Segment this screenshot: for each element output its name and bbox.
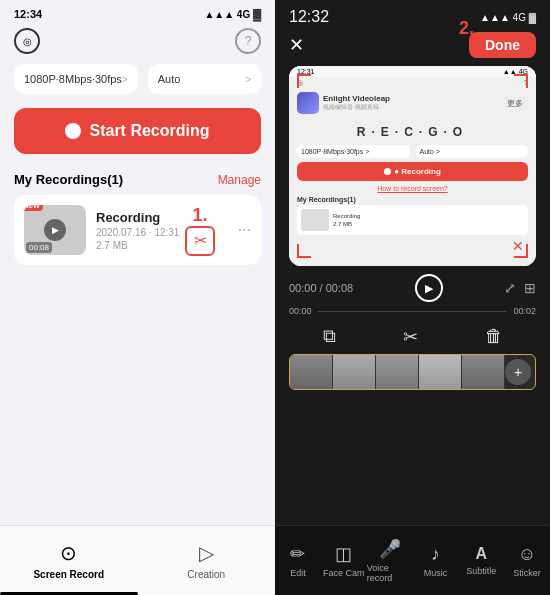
time-marker-start: 00:00 <box>289 306 312 316</box>
preview-app-name: Enlight Videoleap <box>323 94 390 103</box>
recording-list-item: New ▶ 00:08 Recording 2020.07.16 · 12:31… <box>14 195 261 265</box>
play-button[interactable]: ▶ <box>44 219 66 241</box>
auto-chevron: > <box>245 74 251 85</box>
left-status-icons: ▲▲▲ 4G ▓ <box>204 8 261 20</box>
preview-area: 12:31 ▲▲ 4G ◎ ? Enlight Videoleap 视频编辑器·… <box>289 66 536 266</box>
preview-auto-btn: Auto > <box>416 145 529 158</box>
sticker-label: Sticker <box>513 568 541 578</box>
creation-nav-icon: ▷ <box>199 541 214 565</box>
ruler-line <box>318 311 508 312</box>
edit-icon: ✏ <box>290 543 305 565</box>
cut-icon: ✂ <box>403 326 418 348</box>
auto-label: Auto <box>158 73 181 85</box>
toolbar-subtitle[interactable]: A Subtitle <box>458 545 504 576</box>
toolbar-sticker[interactable]: ☺ Sticker <box>504 544 550 578</box>
thumb-duration: 00:08 <box>26 242 52 253</box>
preview-nav-icons: ◎ ? <box>289 77 536 89</box>
right-panel: 12:32 ▲▲▲ 4G ▓ ✕ 2. Done 12:31 ▲▲ 4G ◎ ? <box>275 0 550 595</box>
timeline-ruler: 00:00 00:02 <box>275 306 550 320</box>
my-recordings-title: My Recordings(1) <box>14 172 123 187</box>
preview-phone: 12:31 ▲▲ 4G ◎ ? Enlight Videoleap 视频编辑器·… <box>289 66 536 266</box>
sticker-icon: ☺ <box>518 544 536 565</box>
music-label: Music <box>424 568 448 578</box>
close-button[interactable]: ✕ <box>289 34 304 56</box>
copy-tool[interactable]: ⧉ <box>323 326 336 348</box>
preview-quality-btn: 1080P·8Mbps·30fps > <box>297 145 410 158</box>
voicerecord-icon: 🎤 <box>379 538 401 560</box>
strip-frames <box>290 355 505 389</box>
preview-app-info: Enlight Videoleap 视频编辑器·视频剪辑 <box>323 94 390 112</box>
strip-frame-2 <box>333 355 376 389</box>
left-signal-icon: ▲▲▲ 4G <box>204 9 253 20</box>
quality-option-btn[interactable]: 1080P·8Mbps·30fps > <box>14 64 138 94</box>
preview-more-btn: 更多 <box>502 97 528 110</box>
screen-record-icon[interactable]: ◎ <box>14 28 40 54</box>
manage-button[interactable]: Manage <box>218 173 261 187</box>
left-panel: 12:34 ▲▲▲ 4G ▓ ◎ ? 1080P·8Mbps·30fps > A… <box>0 0 275 595</box>
screen-record-nav-icon: ⊙ <box>60 541 77 565</box>
scissors-icon[interactable]: ✂ <box>185 226 215 256</box>
creation-nav-label: Creation <box>187 569 225 580</box>
more-options-button[interactable]: ··· <box>238 221 251 239</box>
preview-rec-info: Recording 2.7 MB <box>333 212 360 229</box>
preview-rec-thumb <box>301 209 329 231</box>
preview-status-icons: ▲▲ 4G <box>503 68 528 75</box>
preview-record-btn: ● Recording <box>297 162 528 181</box>
time-marker-end: 00:02 <box>513 306 536 316</box>
screen-record-nav-label: Screen Record <box>33 569 104 580</box>
preview-app-icon <box>297 92 319 114</box>
music-icon: ♪ <box>431 544 440 565</box>
done-step-num: 2. <box>459 18 474 39</box>
quality-chevron: > <box>122 74 128 85</box>
cut-tool[interactable]: ✂ <box>403 326 418 348</box>
quality-label: 1080P·8Mbps·30fps <box>24 73 122 85</box>
recording-thumbnail: New ▶ 00:08 <box>24 205 86 255</box>
trash-icon: 🗑 <box>485 326 503 347</box>
auto-option-btn[interactable]: Auto > <box>148 64 261 94</box>
left-status-bar: 12:34 ▲▲▲ 4G ▓ <box>0 0 275 24</box>
right-time: 12:32 <box>289 8 329 26</box>
copy-icon: ⧉ <box>323 326 336 347</box>
preview-rec-dot <box>384 168 391 175</box>
preview-how-link: How to record screen? <box>289 185 536 196</box>
edit-label: Edit <box>290 568 306 578</box>
toolbar-facecam[interactable]: ◫ Face Cam <box>321 543 367 578</box>
record-dot-icon <box>65 123 81 139</box>
nav-creation[interactable]: ▷ Creation <box>138 526 276 595</box>
new-badge: New <box>24 205 43 211</box>
time-display: 00:00 / 00:08 <box>289 282 353 294</box>
done-label: Done <box>485 37 520 53</box>
nav-screen-record[interactable]: ⊙ Screen Record <box>0 526 138 595</box>
my-recordings-header: My Recordings(1) Manage <box>0 172 275 195</box>
done-area: 2. Done <box>469 32 536 58</box>
right-status-icons: ▲▲▲ 4G ▓ <box>480 12 536 23</box>
facecam-label: Face Cam <box>323 568 365 578</box>
delete-tool[interactable]: 🗑 <box>485 326 503 348</box>
start-recording-button[interactable]: Start Recording <box>14 108 261 154</box>
expand-icon[interactable]: ⤢ <box>504 280 516 296</box>
right-status-bar: 12:32 ▲▲▲ 4G ▓ <box>275 0 550 30</box>
preview-help-icon: ? <box>524 79 528 87</box>
preview-title: R·E·C·G·O <box>289 117 536 145</box>
done-button[interactable]: 2. Done <box>469 32 536 58</box>
toolbar-music[interactable]: ♪ Music <box>412 544 458 578</box>
left-top-icons: ◎ ? <box>0 24 275 64</box>
facecam-icon: ◫ <box>335 543 352 565</box>
quality-options: 1080P·8Mbps·30fps > Auto > <box>0 64 275 108</box>
record-btn-label: Start Recording <box>89 122 209 140</box>
strip-frame-1 <box>290 355 333 389</box>
bottom-toolbar: ✏ Edit ◫ Face Cam 🎤 Voice record ♪ Music… <box>275 525 550 595</box>
add-clip-button[interactable]: + <box>505 359 531 385</box>
help-icon[interactable]: ? <box>235 28 261 54</box>
play-button-main[interactable]: ▶ <box>415 274 443 302</box>
subtitle-icon: A <box>475 545 487 563</box>
toolbar-voicerecord[interactable]: 🎤 Voice record <box>367 538 413 583</box>
fullscreen-icon[interactable]: ⊞ <box>524 280 536 296</box>
preview-settings-icon: ◎ <box>297 79 303 87</box>
preview-recordings-title: My Recordings(1) <box>289 196 536 203</box>
toolbar-edit[interactable]: ✏ Edit <box>275 543 321 578</box>
preview-app-header: Enlight Videoleap 视频编辑器·视频剪辑 更多 <box>289 89 536 117</box>
play-icon: ▶ <box>425 282 433 295</box>
preview-rec-name: Recording <box>333 212 360 220</box>
edit-tools: ⧉ ✂ 🗑 <box>275 320 550 354</box>
